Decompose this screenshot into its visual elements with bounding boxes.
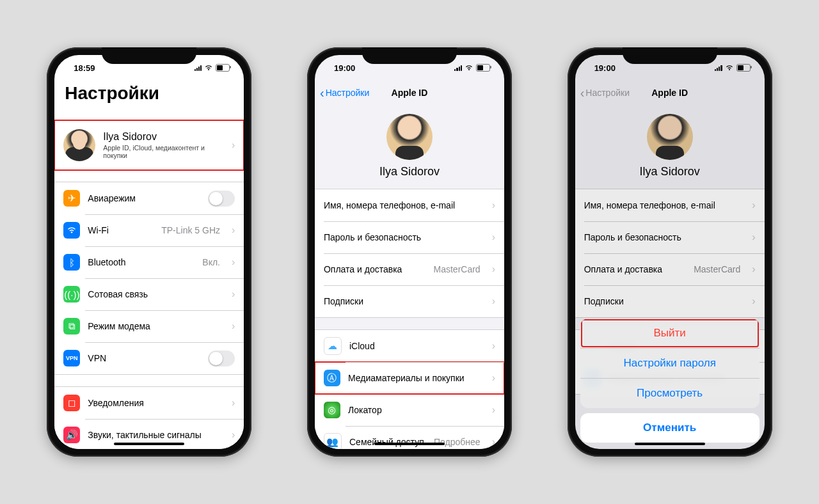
chevron-right-icon: › [232, 288, 235, 300]
home-indicator[interactable] [114, 443, 184, 445]
chevron-right-icon: › [492, 200, 495, 211]
cellular-icon: ((·)) [63, 286, 80, 303]
action-password-settings[interactable]: Настройки пароля [580, 348, 759, 378]
row-notifications[interactable]: ◻ Уведомления › [54, 387, 244, 419]
home-indicator[interactable] [374, 443, 445, 445]
notifications-icon: ◻ [63, 395, 80, 411]
row-label: Имя, номера телефонов, e-mail [324, 200, 483, 210]
general-group: ◻ Уведомления › 🔊 Звуки, тактильные сигн… [54, 386, 244, 449]
apple-id-row[interactable]: Ilya Sidorov Apple ID, iCloud, медиаконт… [54, 121, 244, 169]
chevron-right-icon: › [492, 340, 495, 352]
row-airplane[interactable]: ✈ Авиарежим [54, 182, 244, 214]
action-sheet-group: Выйти Настройки пароля Просмотреть [580, 319, 759, 408]
action-cancel[interactable]: Отменить [580, 413, 759, 443]
battery-icon [216, 64, 230, 72]
account-group: Имя, номера телефонов, e-mail› Пароль и … [315, 189, 504, 318]
highlight-box [581, 319, 759, 347]
row-detail: Вкл. [202, 257, 220, 267]
chevron-right-icon: › [492, 264, 495, 275]
airplane-icon: ✈ [63, 190, 80, 207]
row-family[interactable]: 👥 Семейный доступ Подробнее› [315, 426, 504, 449]
row-media-purchases[interactable]: Ⓐ Медиаматериалы и покупки› [315, 362, 504, 394]
wifi-icon [465, 65, 473, 71]
row-label: Уведомления [88, 398, 223, 408]
row-label: Пароль и безопасность [324, 232, 483, 242]
phone-2-screen: 19:00 ‹ Настройки Apple ID Ilya Sidorov … [315, 55, 504, 449]
findmy-icon: ◎ [324, 402, 340, 418]
settings-content[interactable]: Настройки Ilya Sidorov Apple ID, iCloud,… [54, 81, 244, 449]
back-button[interactable]: ‹ Настройки [320, 86, 369, 100]
cellular-signal-icon [454, 65, 462, 71]
row-label: Bluetooth [88, 257, 195, 267]
notch [362, 47, 457, 64]
chevron-right-icon: › [492, 436, 495, 448]
row-hotspot[interactable]: ⧉ Режим модема › [54, 310, 244, 342]
action-view[interactable]: Просмотреть [580, 378, 759, 408]
chevron-left-icon: ‹ [320, 86, 324, 100]
row-label: Локатор [348, 405, 483, 415]
row-label: iCloud [349, 341, 483, 351]
phone-3-frame: 19:00 ‹ Настройки Apple ID Ilya Sidorov … [568, 47, 772, 457]
row-bluetooth[interactable]: ᛒ Bluetooth Вкл. › [54, 246, 244, 278]
action-sheet: Выйти Настройки пароля Просмотреть Отмен… [580, 319, 759, 443]
row-label: Сотовая связь [88, 289, 223, 299]
profile-sub: Apple ID, iCloud, медиаконтент и покупки [103, 144, 223, 159]
nav-bar: ‹ Настройки Apple ID [315, 81, 504, 106]
appleid-content[interactable]: ‹ Настройки Apple ID Ilya Sidorov Имя, н… [315, 81, 504, 449]
chevron-right-icon: › [232, 397, 235, 409]
row-cellular[interactable]: ((·)) Сотовая связь › [54, 278, 244, 310]
row-detail: TP-Link 5 GHz [161, 225, 220, 235]
phone-1-screen: 18:59 Настройки Ilya Sidorov Apple ID, i… [54, 55, 244, 449]
row-payment[interactable]: Оплата и доставка MasterCard› [315, 253, 504, 285]
row-findmy[interactable]: ◎ Локатор› [315, 394, 504, 426]
scroll[interactable]: Ilya Sidorov Имя, номера телефонов, e-ma… [315, 105, 504, 449]
notch [102, 47, 196, 64]
row-label: Авиарежим [88, 193, 200, 203]
avatar[interactable] [386, 114, 433, 160]
row-label: Wi-Fi [88, 225, 154, 235]
row-wifi[interactable]: Wi-Fi TP-Link 5 GHz › [54, 214, 244, 246]
nav-title: Apple ID [392, 88, 428, 98]
phone-2-frame: 19:00 ‹ Настройки Apple ID Ilya Sidorov … [307, 47, 512, 457]
chevron-right-icon: › [232, 429, 235, 441]
profile-name: Ilya Sidorov [103, 131, 223, 143]
row-label: Режим модема [88, 321, 223, 331]
action-label: Настройки пароля [623, 357, 715, 369]
row-detail: MasterCard [434, 264, 481, 274]
chevron-right-icon: › [232, 224, 235, 236]
row-name-phone-email[interactable]: Имя, номера телефонов, e-mail› [315, 189, 504, 221]
action-label: Просмотреть [637, 387, 703, 399]
status-time: 18:59 [74, 63, 95, 73]
chevron-right-icon: › [492, 404, 495, 416]
row-label: Звуки, тактильные сигналы [88, 430, 223, 440]
bluetooth-icon: ᛒ [63, 254, 80, 271]
vpn-toggle[interactable] [208, 350, 235, 366]
page-title: Настройки [54, 81, 244, 109]
chevron-right-icon: › [492, 295, 495, 307]
action-label: Отменить [643, 421, 696, 434]
row-label: VPN [88, 353, 200, 363]
row-label: Подписки [324, 296, 483, 306]
status-icons [454, 64, 490, 72]
airplane-toggle[interactable] [208, 191, 235, 207]
row-label: Семейный доступ [349, 437, 426, 447]
battery-icon [476, 64, 490, 72]
vpn-icon: VPN [63, 350, 80, 366]
row-label: Медиаматериалы и покупки [348, 373, 483, 383]
icloud-icon: ☁ [324, 337, 342, 355]
hotspot-icon: ⧉ [63, 318, 80, 335]
cellular-signal-icon [195, 65, 202, 71]
chevron-right-icon: › [232, 139, 235, 151]
phone-3-screen: 19:00 ‹ Настройки Apple ID Ilya Sidorov … [575, 55, 765, 449]
wifi-icon [204, 65, 213, 71]
appstore-icon: Ⓐ [324, 370, 340, 386]
row-password-security[interactable]: Пароль и безопасность› [315, 221, 504, 253]
status-icons [195, 64, 230, 72]
row-icloud[interactable]: ☁ iCloud› [315, 330, 504, 362]
row-subscriptions[interactable]: Подписки› [315, 285, 504, 317]
services-group: ☁ iCloud› Ⓐ Медиаматериалы и покупки› ◎ … [315, 329, 504, 449]
chevron-right-icon: › [492, 372, 495, 384]
phone-1-frame: 18:59 Настройки Ilya Sidorov Apple ID, i… [47, 47, 251, 457]
action-sign-out[interactable]: Выйти [580, 319, 759, 348]
row-vpn[interactable]: VPN VPN [54, 342, 244, 374]
